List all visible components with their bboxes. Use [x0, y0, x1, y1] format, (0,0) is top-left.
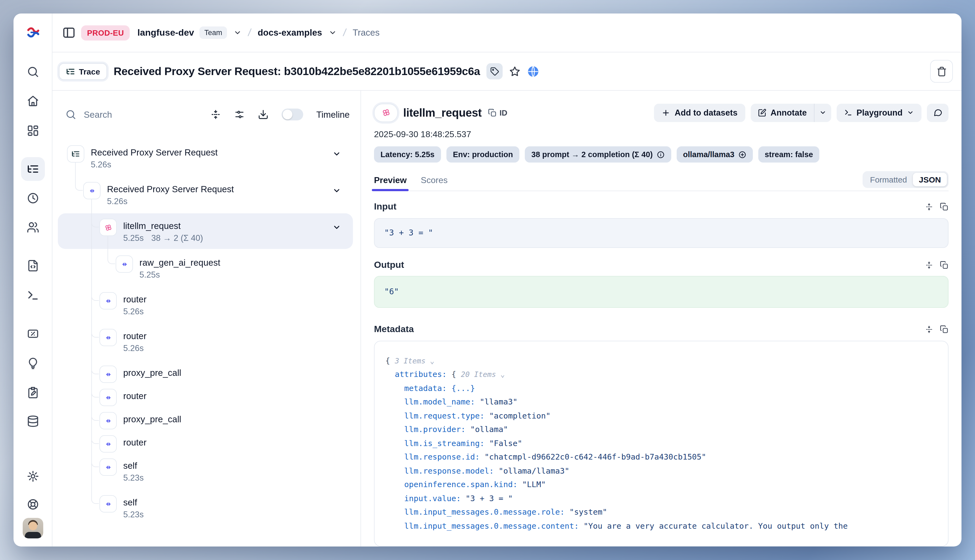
id-label: ID — [499, 108, 507, 117]
span-icon — [83, 182, 100, 199]
user-avatar[interactable] — [22, 518, 43, 538]
tag-icon[interactable] — [487, 63, 503, 79]
badge-label: 38 prompt → 2 completion (Σ 40) — [531, 150, 652, 159]
metadata-section-title: Metadata — [374, 324, 414, 335]
trace-type-badge[interactable]: Trace — [59, 63, 107, 80]
sessions-clock-icon[interactable] — [27, 192, 39, 204]
observation-badge[interactable]: Env: production — [447, 147, 519, 163]
playground-terminal-icon[interactable] — [27, 289, 39, 302]
tree-row[interactable]: raw_gen_ai_request5.25s — [52, 252, 361, 289]
breadcrumb-separator: / — [247, 26, 252, 39]
tree-row-name: Received Proxy Server Request — [107, 182, 234, 194]
tree-row[interactable]: litellm_request5.25s38 → 2 (Σ 40) — [52, 215, 361, 252]
bookmark-star-icon[interactable] — [509, 66, 521, 77]
tracing-icon[interactable] — [27, 163, 39, 175]
collapse-metadata-icon[interactable] — [925, 325, 933, 333]
search-input[interactable] — [83, 109, 197, 120]
environment-badge[interactable]: PROD-EU — [81, 25, 130, 40]
scores-percent-icon[interactable] — [27, 328, 39, 340]
tree-row-name: raw_gen_ai_request — [139, 255, 220, 268]
tree-row[interactable]: router5.26s — [52, 326, 361, 362]
collapse-all-icon[interactable] — [211, 109, 221, 120]
view-settings-icon[interactable] — [234, 109, 245, 120]
tree-row[interactable]: Received Proxy Server Request5.26s — [52, 179, 361, 215]
evaluation-lightbulb-icon[interactable] — [27, 357, 39, 370]
prompts-file-code-icon[interactable] — [27, 260, 39, 272]
tree-row-usage: 38 → 2 (Σ 40) — [151, 233, 203, 243]
datasets-database-icon[interactable] — [27, 415, 39, 427]
tree-row-duration: 5.26s — [123, 307, 144, 317]
tree-row[interactable]: router5.26s — [52, 289, 361, 326]
annotation-clipboard-pen-icon[interactable] — [27, 387, 39, 399]
delete-trace-button[interactable] — [930, 60, 953, 83]
json-line: llm.request.type: "acompletion" — [385, 409, 937, 423]
trace-tree-panel: Timeline Received Proxy Server Request5.… — [52, 91, 361, 547]
format-option-json[interactable]: JSON — [913, 173, 947, 187]
download-icon[interactable] — [258, 109, 269, 120]
tab-preview[interactable]: Preview — [374, 176, 407, 191]
collapse-output-icon[interactable] — [925, 260, 933, 269]
timeline-toggle-label: Timeline — [316, 109, 350, 120]
chevron-down-icon[interactable] — [333, 150, 341, 158]
observation-badge[interactable]: 38 prompt → 2 completion (Σ 40) — [525, 147, 671, 163]
copy-output-icon[interactable] — [940, 260, 948, 269]
playground-button[interactable]: Playground — [836, 103, 921, 122]
collapse-input-icon[interactable] — [925, 203, 933, 212]
circle-plus-icon — [738, 151, 746, 159]
observation-badge[interactable]: stream: false — [758, 147, 819, 163]
breadcrumb-section[interactable]: Traces — [353, 28, 380, 38]
copy-input-icon[interactable] — [940, 203, 948, 212]
observation-name: litellm_request — [403, 106, 482, 119]
badge-label: ollama/llama3 — [683, 150, 734, 159]
org-chevron-down-icon[interactable] — [234, 28, 242, 37]
tree-row[interactable]: self5.23s — [52, 492, 361, 529]
tree-row[interactable]: self5.23s — [52, 455, 361, 492]
tree-row[interactable]: proxy_pre_call — [52, 362, 361, 385]
trace-type-label: Trace — [79, 67, 100, 76]
org-logo[interactable] — [26, 25, 40, 39]
sidebar-toggle-icon[interactable] — [62, 26, 76, 39]
metadata-json-viewer[interactable]: { 3 Items ⌄ attributes: { 20 Items ⌄ met… — [374, 340, 948, 547]
home-icon[interactable] — [27, 95, 39, 107]
chevron-down-icon[interactable] — [333, 223, 341, 232]
tree-row[interactable]: proxy_pre_call — [52, 409, 361, 432]
observation-badge[interactable]: Latency: 5.25s — [374, 147, 441, 163]
users-icon[interactable] — [27, 221, 39, 233]
json-line: llm.is_streaming: "False" — [385, 437, 937, 450]
settings-gear-icon[interactable] — [27, 470, 39, 483]
annotate-dropdown-chevron[interactable] — [814, 103, 831, 122]
span-icon — [99, 366, 117, 383]
dashboard-icon[interactable] — [27, 125, 39, 137]
annotate-label: Annotate — [771, 108, 807, 117]
add-to-datasets-button[interactable]: Add to datasets — [654, 103, 745, 122]
tree-row-name: router — [123, 389, 147, 401]
tree-row[interactable]: router — [52, 432, 361, 455]
observation-panel: litellm_request ID Add to datasets — [361, 91, 962, 547]
generation-icon — [99, 219, 117, 236]
chevron-down-icon[interactable] — [333, 186, 341, 195]
format-option-formatted[interactable]: Formatted — [864, 173, 913, 187]
tree-row-duration: 5.26s — [123, 343, 144, 353]
desktop-background: PROD-EU langfuse-dev Team / docs-example… — [0, 0, 975, 560]
org-name[interactable]: langfuse-dev — [137, 27, 194, 38]
comments-button[interactable] — [927, 103, 948, 122]
copy-metadata-icon[interactable] — [940, 325, 948, 333]
project-chevron-down-icon[interactable] — [329, 28, 337, 37]
annotate-button[interactable]: Annotate — [751, 103, 814, 122]
nav-rail — [13, 13, 52, 547]
json-line: metadata: {...} — [385, 382, 937, 395]
observation-badge[interactable]: ollama/llama3 — [677, 147, 753, 163]
json-line: llm.input_messages.0.message.content: "Y… — [385, 519, 937, 533]
tab-scores[interactable]: Scores — [421, 176, 448, 191]
badge-label: Latency: 5.25s — [380, 150, 435, 159]
project-name[interactable]: docs-examples — [258, 28, 322, 38]
tree-row[interactable]: router — [52, 385, 361, 409]
public-globe-icon[interactable] — [527, 65, 540, 77]
timeline-toggle[interactable] — [282, 108, 303, 120]
copy-id-button[interactable]: ID — [488, 108, 507, 117]
tree-row[interactable]: Received Proxy Server Request5.26s — [52, 142, 361, 179]
tree-row-name: litellm_request — [123, 219, 203, 231]
support-lifebuoy-icon[interactable] — [27, 498, 39, 511]
search-nav-icon[interactable] — [27, 66, 39, 78]
json-line: { 3 Items ⌄ — [385, 354, 937, 368]
